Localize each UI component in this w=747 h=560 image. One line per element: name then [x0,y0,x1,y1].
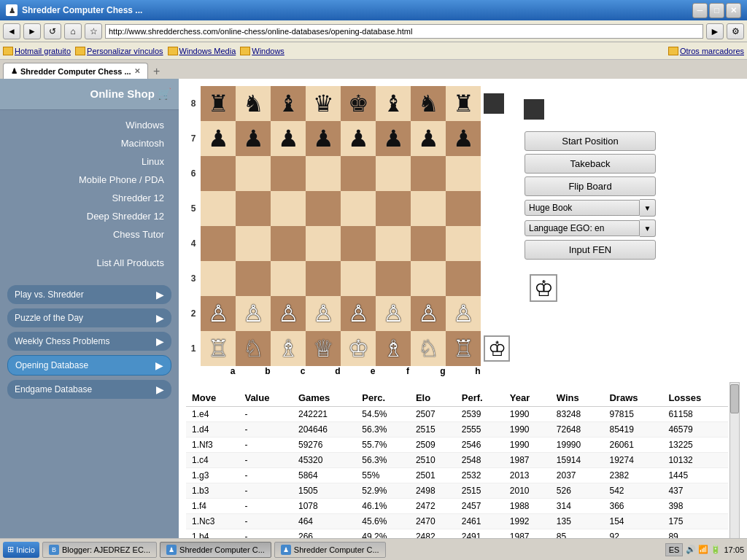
huge-book-select[interactable]: Huge Book [525,200,640,216]
square-c7[interactable]: ♟ [271,121,306,156]
square-c4[interactable] [271,226,306,261]
square-b4[interactable] [236,226,271,261]
square-h4[interactable] [446,226,481,261]
square-f2[interactable]: ♙ [376,296,411,331]
square-b7[interactable]: ♟ [236,121,271,156]
square-h1[interactable]: ♖ [446,331,481,366]
square-f4[interactable] [376,226,411,261]
tab-close-shredder[interactable]: ✕ [134,67,140,75]
square-e6[interactable] [341,156,376,191]
bookmark-personalizar[interactable]: Personalizar vínculos [75,47,163,55]
maximize-button[interactable]: □ [709,3,724,18]
bookmark-windows[interactable]: Windows [240,47,285,55]
address-input[interactable] [105,24,703,39]
square-b3[interactable] [236,261,271,296]
square-d3[interactable] [306,261,341,296]
huge-book-dropdown-arrow[interactable]: ▼ [640,199,656,217]
square-d6[interactable] [306,156,341,191]
forward-button[interactable]: ► [23,23,41,39]
sidebar-item-deep-shredder[interactable]: Deep Shredder 12 [0,207,179,225]
square-f6[interactable] [376,156,411,191]
weekly-chess-button[interactable]: Weekly Chess Problems ▶ [7,332,171,351]
endgame-database-button[interactable]: Endgame Database ▶ [7,380,171,399]
square-h7[interactable]: ♟ [446,121,481,156]
square-a7[interactable]: ♟ [201,121,236,156]
table-row[interactable]: 1.d4-20464656.3%251525551990726488541946… [186,422,728,438]
table-row[interactable]: 1.b3-150552.9%249825152010526542437 [186,483,728,499]
square-g2[interactable]: ♙ [411,296,446,331]
table-row[interactable]: 1.Nf3-5927655.7%250925461990199902606113… [186,438,728,453]
square-g3[interactable] [411,261,446,296]
other-bookmarks[interactable]: Otros marcadores [668,47,744,55]
square-f3[interactable] [376,261,411,296]
square-g5[interactable] [411,191,446,226]
taskbar-shredder-1[interactable]: ♟ Shredder Computer C... [160,542,271,558]
chess-board[interactable]: 8♜♞♝♛♚♝♞♜7♟♟♟♟♟♟♟♟65432♙♙♙♙♙♙♙♙1♖♘♗♕♔♗♘♖… [186,86,510,366]
sidebar-item-shredder12[interactable]: Shredder 12 [0,189,179,207]
square-b6[interactable] [236,156,271,191]
bookmark-windows-media[interactable]: Windows Media [168,47,236,55]
square-c8[interactable]: ♝ [271,86,306,121]
square-c5[interactable] [271,191,306,226]
taskbar-shredder-2[interactable]: ♟ Shredder Computer C... [274,542,386,558]
opening-database-button[interactable]: Opening Database ▶ [7,355,171,376]
square-b5[interactable] [236,191,271,226]
sidebar-item-windows[interactable]: Windows [0,116,179,134]
new-tab-button[interactable]: + [150,64,164,79]
puzzle-of-day-button[interactable]: Puzzle of the Day ▶ [7,308,171,327]
square-g7[interactable]: ♟ [411,121,446,156]
square-f5[interactable] [376,191,411,226]
square-f8[interactable]: ♝ [376,86,411,121]
square-e5[interactable] [341,191,376,226]
table-row[interactable]: 1.Nc3-46445.6%247024611992135154175 [186,514,728,529]
square-c1[interactable]: ♗ [271,331,306,366]
database-scrollbar[interactable] [729,382,740,538]
square-c2[interactable]: ♙ [271,296,306,331]
sidebar-item-linux[interactable]: Linux [0,152,179,171]
square-h2[interactable]: ♙ [446,296,481,331]
bookmark-hotmail[interactable]: Hotmail gratuito [3,47,71,55]
square-f1[interactable]: ♗ [376,331,411,366]
back-button[interactable]: ◄ [3,23,20,39]
square-e4[interactable] [341,226,376,261]
start-button[interactable]: ⊞ Inicio [3,542,39,558]
close-button[interactable]: ✕ [726,3,741,18]
square-d4[interactable] [306,226,341,261]
square-a2[interactable]: ♙ [201,296,236,331]
table-row[interactable]: 1.c4-4532056.3%2510254819871591419274101… [186,453,728,468]
square-a5[interactable] [201,191,236,226]
square-e3[interactable] [341,261,376,296]
square-d2[interactable]: ♙ [306,296,341,331]
square-b2[interactable]: ♙ [236,296,271,331]
taskbar-blogger[interactable]: B Blogger: AJEDREZ EC... [42,542,157,558]
square-g6[interactable] [411,156,446,191]
table-row[interactable]: 1.b4-26649.2%248224911987859289 [186,529,728,539]
square-e7[interactable]: ♟ [341,121,376,156]
table-row[interactable]: 1.e4-24222154.5%250725391990832489781561… [186,407,728,422]
scrollbar-thumb[interactable] [730,384,739,413]
square-g1[interactable]: ♘ [411,331,446,366]
square-a1[interactable]: ♖ [201,331,236,366]
square-b8[interactable]: ♞ [236,86,271,121]
square-a3[interactable] [201,261,236,296]
language-dropdown-arrow[interactable]: ▼ [640,219,656,237]
square-e1[interactable]: ♔ [341,331,376,366]
square-h3[interactable] [446,261,481,296]
square-d1[interactable]: ♕ [306,331,341,366]
start-position-button[interactable]: Start Position [525,131,656,151]
square-h5[interactable] [446,191,481,226]
tab-shredder[interactable]: ♟ Shredder Computer Chess ... ✕ [3,63,148,79]
square-h8[interactable]: ♜ [446,86,481,121]
square-d5[interactable] [306,191,341,226]
table-row[interactable]: 1.g3-586455%250125322013203723821445 [186,468,728,483]
refresh-button[interactable]: ↺ [44,23,61,39]
sidebar-item-list-all[interactable]: List All Products [0,254,179,272]
go-button[interactable]: ► [706,23,724,39]
square-b1[interactable]: ♘ [236,331,271,366]
square-a8[interactable]: ♜ [201,86,236,121]
square-c6[interactable] [271,156,306,191]
sidebar-item-mobile[interactable]: Mobile Phone / PDA [0,171,179,189]
square-c3[interactable] [271,261,306,296]
square-h6[interactable] [446,156,481,191]
square-e8[interactable]: ♚ [341,86,376,121]
